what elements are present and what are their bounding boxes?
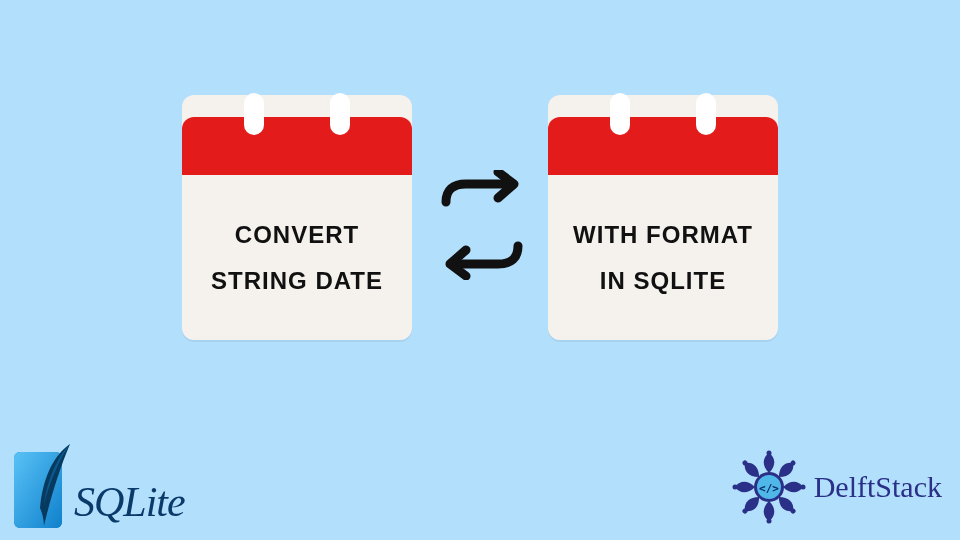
sqlite-label: SQLite [74,478,185,532]
calendar-header [548,117,778,175]
delftstack-icon: </> [730,448,808,526]
text-line: With Format [573,221,753,249]
svg-point-4 [800,485,805,490]
banner-stage: Convert String Date With Format In SQLit… [0,0,960,540]
calendar-body: Convert String Date [182,175,412,340]
sqlite-icon [12,442,78,532]
delftstack-logo: </> DelftStack [730,448,942,526]
svg-point-8 [732,485,737,490]
calendar-body: With Format In SQLite [548,175,778,340]
delftstack-label: DelftStack [814,470,942,504]
calendar-ring [696,93,716,135]
swap-arrows-icon [432,170,532,280]
calendar-right: With Format In SQLite [548,95,778,340]
code-symbol: </> [759,482,779,495]
calendar-left: Convert String Date [182,95,412,340]
calendar-header [182,117,412,175]
sqlite-logo: SQLite [12,442,185,532]
svg-point-6 [766,519,771,524]
calendar-ring [244,93,264,135]
calendar-ring [610,93,630,135]
text-line: String Date [211,267,383,295]
svg-point-2 [766,451,771,456]
text-line: Convert [235,221,359,249]
calendar-ring [330,93,350,135]
text-line: In SQLite [600,267,726,295]
